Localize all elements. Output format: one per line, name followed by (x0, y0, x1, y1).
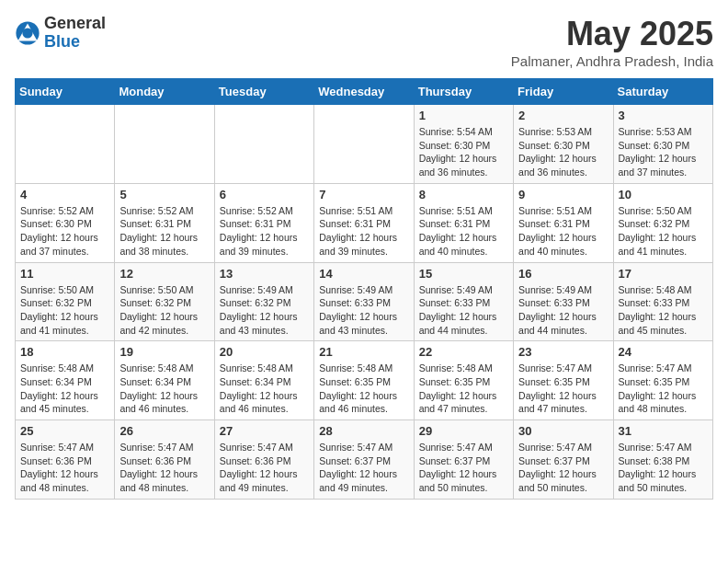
day-info: Sunrise: 5:48 AM Sunset: 6:34 PM Dayligh… (220, 362, 309, 416)
header-friday: Friday (514, 79, 613, 105)
day-info: Sunrise: 5:53 AM Sunset: 6:30 PM Dayligh… (619, 125, 708, 179)
day-info: Sunrise: 5:54 AM Sunset: 6:30 PM Dayligh… (419, 125, 508, 179)
day-cell: 21Sunrise: 5:48 AM Sunset: 6:35 PM Dayli… (314, 341, 414, 420)
day-cell: 13Sunrise: 5:49 AM Sunset: 6:32 PM Dayli… (214, 262, 313, 341)
day-info: Sunrise: 5:47 AM Sunset: 6:35 PM Dayligh… (619, 362, 708, 416)
day-cell: 17Sunrise: 5:48 AM Sunset: 6:33 PM Dayli… (613, 262, 712, 341)
calendar-table: SundayMondayTuesdayWednesdayThursdayFrid… (15, 78, 713, 500)
day-info: Sunrise: 5:47 AM Sunset: 6:35 PM Dayligh… (518, 362, 608, 416)
day-cell: 18Sunrise: 5:48 AM Sunset: 6:34 PM Dayli… (16, 341, 115, 420)
day-number: 31 (619, 424, 708, 438)
day-info: Sunrise: 5:47 AM Sunset: 6:37 PM Dayligh… (319, 441, 408, 495)
day-info: Sunrise: 5:49 AM Sunset: 6:32 PM Dayligh… (220, 283, 309, 338)
day-number: 25 (20, 424, 109, 438)
day-number: 26 (119, 424, 209, 438)
day-cell: 5Sunrise: 5:52 AM Sunset: 6:31 PM Daylig… (115, 183, 214, 262)
day-cell: 8Sunrise: 5:51 AM Sunset: 6:31 PM Daylig… (414, 183, 513, 262)
day-number: 22 (419, 345, 508, 359)
day-number: 29 (419, 424, 508, 438)
day-cell: 1Sunrise: 5:54 AM Sunset: 6:30 PM Daylig… (414, 105, 513, 184)
day-info: Sunrise: 5:48 AM Sunset: 6:33 PM Dayligh… (619, 283, 708, 338)
day-info: Sunrise: 5:48 AM Sunset: 6:34 PM Dayligh… (20, 362, 109, 416)
day-info: Sunrise: 5:48 AM Sunset: 6:34 PM Dayligh… (119, 362, 209, 416)
day-info: Sunrise: 5:50 AM Sunset: 6:32 PM Dayligh… (20, 283, 109, 338)
header-saturday: Saturday (613, 79, 712, 105)
day-cell: 24Sunrise: 5:47 AM Sunset: 6:35 PM Dayli… (613, 341, 712, 420)
day-cell: 11Sunrise: 5:50 AM Sunset: 6:32 PM Dayli… (16, 262, 115, 341)
day-cell (314, 105, 414, 184)
day-number: 16 (518, 267, 608, 281)
day-cell: 19Sunrise: 5:48 AM Sunset: 6:34 PM Dayli… (115, 341, 214, 420)
day-number: 23 (518, 345, 608, 359)
day-cell: 31Sunrise: 5:47 AM Sunset: 6:38 PM Dayli… (613, 420, 712, 500)
day-number: 1 (419, 109, 508, 122)
header-sunday: Sunday (16, 79, 115, 105)
header-wednesday: Wednesday (314, 79, 414, 105)
day-cell: 25Sunrise: 5:47 AM Sunset: 6:36 PM Dayli… (16, 420, 115, 500)
day-info: Sunrise: 5:47 AM Sunset: 6:37 PM Dayligh… (518, 441, 608, 495)
logo-blue: Blue (44, 33, 106, 52)
day-number: 4 (20, 188, 109, 201)
day-number: 13 (220, 267, 309, 281)
day-cell: 6Sunrise: 5:52 AM Sunset: 6:31 PM Daylig… (214, 183, 313, 262)
day-number: 6 (220, 188, 309, 201)
title-block: May 2025 Palmaner, Andhra Pradesh, India (511, 15, 713, 69)
day-cell: 16Sunrise: 5:49 AM Sunset: 6:33 PM Dayli… (514, 262, 613, 341)
day-number: 24 (619, 345, 708, 359)
day-info: Sunrise: 5:49 AM Sunset: 6:33 PM Dayligh… (518, 283, 608, 338)
header-row: SundayMondayTuesdayWednesdayThursdayFrid… (16, 79, 713, 105)
day-cell (214, 105, 313, 184)
week-row-2: 4Sunrise: 5:52 AM Sunset: 6:30 PM Daylig… (16, 183, 713, 262)
day-cell: 9Sunrise: 5:51 AM Sunset: 6:31 PM Daylig… (514, 183, 613, 262)
day-number: 14 (319, 267, 408, 281)
week-row-1: 1Sunrise: 5:54 AM Sunset: 6:30 PM Daylig… (16, 105, 713, 184)
logo-general: General (44, 15, 106, 33)
day-number: 15 (419, 267, 508, 281)
day-cell: 20Sunrise: 5:48 AM Sunset: 6:34 PM Dayli… (214, 341, 313, 420)
day-cell: 7Sunrise: 5:51 AM Sunset: 6:31 PM Daylig… (314, 183, 414, 262)
day-cell: 14Sunrise: 5:49 AM Sunset: 6:33 PM Dayli… (314, 262, 414, 341)
day-cell: 30Sunrise: 5:47 AM Sunset: 6:37 PM Dayli… (514, 420, 613, 500)
day-cell: 26Sunrise: 5:47 AM Sunset: 6:36 PM Dayli… (115, 420, 214, 500)
day-cell: 15Sunrise: 5:49 AM Sunset: 6:33 PM Dayli… (414, 262, 513, 341)
day-info: Sunrise: 5:50 AM Sunset: 6:32 PM Dayligh… (119, 283, 209, 338)
day-number: 5 (119, 188, 209, 201)
week-row-4: 18Sunrise: 5:48 AM Sunset: 6:34 PM Dayli… (16, 341, 713, 420)
month-title: May 2025 (511, 15, 713, 53)
svg-point-2 (22, 28, 32, 38)
location: Palmaner, Andhra Pradesh, India (511, 53, 713, 69)
logo: General Blue (15, 15, 106, 52)
week-row-3: 11Sunrise: 5:50 AM Sunset: 6:32 PM Dayli… (16, 262, 713, 341)
day-info: Sunrise: 5:51 AM Sunset: 6:31 PM Dayligh… (518, 204, 608, 259)
day-number: 10 (619, 188, 708, 201)
day-cell: 28Sunrise: 5:47 AM Sunset: 6:37 PM Dayli… (314, 420, 414, 500)
logo-icon (15, 20, 40, 46)
day-info: Sunrise: 5:51 AM Sunset: 6:31 PM Dayligh… (319, 204, 408, 259)
day-cell: 27Sunrise: 5:47 AM Sunset: 6:36 PM Dayli… (214, 420, 313, 500)
header-tuesday: Tuesday (214, 79, 313, 105)
day-number: 20 (220, 345, 309, 359)
day-number: 17 (619, 267, 708, 281)
day-info: Sunrise: 5:50 AM Sunset: 6:32 PM Dayligh… (619, 204, 708, 259)
day-cell: 23Sunrise: 5:47 AM Sunset: 6:35 PM Dayli… (514, 341, 613, 420)
day-number: 8 (419, 188, 508, 201)
logo-text: General Blue (44, 15, 106, 52)
day-cell: 10Sunrise: 5:50 AM Sunset: 6:32 PM Dayli… (613, 183, 712, 262)
day-info: Sunrise: 5:53 AM Sunset: 6:30 PM Dayligh… (518, 125, 608, 179)
day-number: 2 (518, 109, 608, 122)
day-cell (115, 105, 214, 184)
week-row-5: 25Sunrise: 5:47 AM Sunset: 6:36 PM Dayli… (16, 420, 713, 500)
day-number: 28 (319, 424, 408, 438)
day-number: 30 (518, 424, 608, 438)
day-cell (16, 105, 115, 184)
header-monday: Monday (115, 79, 214, 105)
day-info: Sunrise: 5:48 AM Sunset: 6:35 PM Dayligh… (419, 362, 508, 416)
day-number: 19 (119, 345, 209, 359)
page-header: General Blue May 2025 Palmaner, Andhra P… (15, 15, 713, 69)
day-cell: 2Sunrise: 5:53 AM Sunset: 6:30 PM Daylig… (514, 105, 613, 184)
day-info: Sunrise: 5:49 AM Sunset: 6:33 PM Dayligh… (319, 283, 408, 338)
day-info: Sunrise: 5:47 AM Sunset: 6:38 PM Dayligh… (619, 441, 708, 495)
day-cell: 29Sunrise: 5:47 AM Sunset: 6:37 PM Dayli… (414, 420, 513, 500)
day-cell: 12Sunrise: 5:50 AM Sunset: 6:32 PM Dayli… (115, 262, 214, 341)
day-cell: 3Sunrise: 5:53 AM Sunset: 6:30 PM Daylig… (613, 105, 712, 184)
